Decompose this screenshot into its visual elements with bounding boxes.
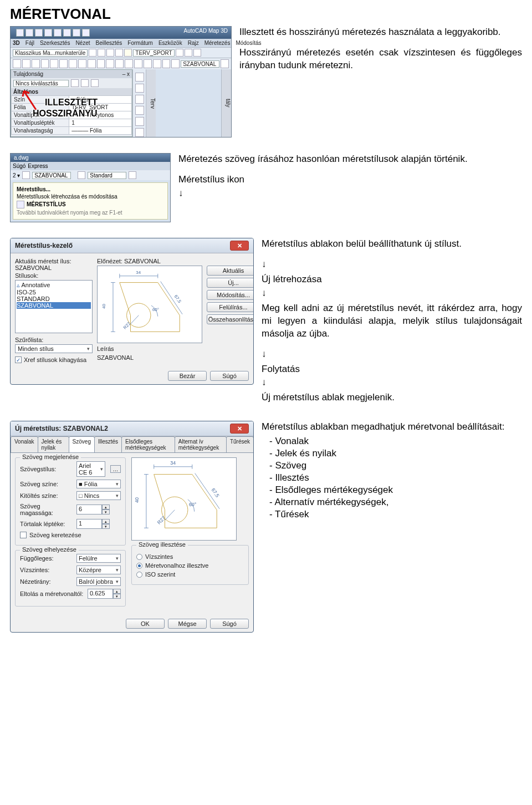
menu-express[interactable]: Express [28, 163, 48, 169]
frame-text-checkbox[interactable]: Szöveg keretezése [20, 532, 121, 538]
layer-icon[interactable] [124, 49, 132, 57]
dim-icon[interactable] [41, 59, 49, 68]
horizontal-select[interactable]: Középre▾ [76, 565, 121, 574]
text-color-select[interactable]: ■ Fólia▾ [76, 480, 121, 488]
textstyle-icon[interactable] [78, 171, 85, 179]
dim-icon[interactable] [221, 59, 229, 68]
list-item[interactable]: ISO-25 [17, 289, 91, 295]
xref-checkbox[interactable]: ✓Xref stílusok kihagyása [15, 356, 93, 363]
fill-color-select[interactable]: □ Nincs▾ [76, 491, 121, 500]
workspace-select[interactable]: Klasszikus Ma...munkaterüle [13, 49, 88, 57]
toolbar-icon[interactable] [185, 49, 192, 57]
dim-icon[interactable] [69, 59, 77, 68]
layer-select[interactable]: TERV_SPORT [133, 49, 174, 57]
menu-help[interactable]: Súgó [13, 163, 25, 169]
close-button[interactable]: ✕ [230, 424, 249, 434]
ok-button[interactable]: OK [126, 619, 165, 629]
draw-icon[interactable] [135, 117, 144, 126]
tab-alt-units[interactable]: Alternat ív mértékegységek [175, 436, 227, 452]
menu-item[interactable]: Rajz [188, 40, 199, 46]
list-item[interactable]: STANDARD [17, 295, 91, 302]
dim-icon[interactable] [134, 59, 142, 68]
toolbar-icon[interactable] [129, 171, 136, 179]
override-button[interactable]: Felülírás... [207, 302, 254, 312]
dim-icon[interactable] [106, 59, 114, 68]
close-dialog-button[interactable]: Bezár [168, 371, 207, 381]
dim-icon[interactable] [78, 59, 86, 68]
qat-icon[interactable] [44, 29, 52, 37]
set-current-button[interactable]: Aktuális [207, 266, 254, 276]
offset-spinner[interactable]: 0.625 ▴▾ [88, 589, 121, 599]
dim-icon[interactable] [153, 59, 161, 68]
dim-icon[interactable] [125, 59, 133, 68]
qat-icon[interactable] [35, 29, 43, 37]
tab-szoveg[interactable]: Szöveg [69, 436, 95, 452]
dim-icon[interactable] [97, 59, 105, 68]
side-tab[interactable]: Terv [146, 69, 156, 137]
view-dir-select[interactable]: Balról jobbra▾ [76, 577, 121, 586]
frac-scale-spinner[interactable]: 1 ▴▾ [76, 519, 121, 529]
dim-icon[interactable] [144, 59, 152, 68]
menu-item[interactable]: Eszközök [158, 40, 182, 46]
toolbar-icon[interactable] [193, 49, 201, 57]
dimstyle-select[interactable]: SZABVONAL [181, 60, 219, 68]
vertical-select[interactable]: Felülre▾ [76, 554, 121, 563]
filter-combo[interactable]: Minden stílus▾ [15, 344, 93, 353]
radio-iso[interactable]: ISO szerint [136, 571, 244, 578]
tab-tolerances[interactable]: Tűrések [226, 436, 254, 452]
radio-aligned-with-dim[interactable]: Méretvonalhoz illesztve [136, 562, 244, 569]
selection-combo[interactable]: Nincs kiválasztás [13, 80, 69, 87]
style-list[interactable]: ▵ Annotative ISO-25 STANDARD SZABVONAL [15, 280, 93, 333]
cancel-button[interactable]: Mégse [168, 619, 207, 629]
tab-3d[interactable]: 3D [13, 40, 20, 46]
qat-icon[interactable] [82, 29, 90, 37]
menu-item[interactable]: Beillesztés [96, 40, 122, 46]
toolbar-icon[interactable] [89, 49, 96, 57]
props-tool-icon[interactable] [71, 79, 79, 87]
panel-close-buttons[interactable]: – x [122, 71, 130, 77]
dim-icon[interactable] [50, 59, 58, 68]
toolbar-icon[interactable] [106, 49, 114, 57]
dim-icon[interactable] [59, 59, 68, 68]
close-button[interactable]: ✕ [230, 241, 249, 251]
text-style-select[interactable]: Ariel CE 6▾ [76, 461, 105, 477]
dim-icon[interactable] [32, 59, 40, 68]
textstyle-select[interactable]: Standard [88, 172, 126, 179]
tab-primary-units[interactable]: Elsődleges mértékegységek [121, 436, 175, 452]
dim-icon[interactable] [115, 59, 124, 68]
tab-illesztes[interactable]: Illesztés [94, 436, 122, 452]
menu-item[interactable]: Fájl [25, 40, 34, 46]
props-tool-icon[interactable] [91, 79, 99, 87]
dim-aligned-icon[interactable] [22, 59, 30, 68]
text-height-spinner[interactable]: 6 ▴▾ [76, 505, 121, 514]
qat-icon[interactable] [73, 29, 80, 37]
qat-icon[interactable] [25, 29, 33, 37]
dimstyle-icon[interactable] [171, 59, 180, 68]
qat-icon[interactable] [54, 29, 62, 37]
toolbar-icon[interactable] [115, 49, 123, 57]
modify-button[interactable]: Módosítás... [207, 290, 254, 300]
draw-icon[interactable] [135, 84, 144, 93]
dim-linear-icon[interactable] [13, 59, 21, 68]
dimstyle-select[interactable]: SZABVONAL [32, 172, 71, 179]
draw-line-icon[interactable] [135, 73, 144, 81]
draw-icon[interactable] [135, 106, 144, 115]
side-tab[interactable]: tály [221, 69, 231, 137]
menu-item[interactable]: Módosítás [236, 40, 261, 46]
list-item[interactable]: ▵ Annotative [17, 282, 91, 289]
menu-item[interactable]: Nézet [75, 40, 90, 46]
help-button[interactable]: Súgó [210, 619, 249, 629]
menu-item[interactable]: Méretezés [204, 40, 231, 46]
tab-vonalak[interactable]: Vonalak [11, 436, 38, 452]
draw-icon[interactable] [135, 95, 144, 104]
compare-button[interactable]: Összehasonlítás... [207, 314, 254, 324]
toolbar-icon[interactable] [98, 49, 105, 57]
toolbar-icon[interactable] [176, 49, 183, 57]
new-button[interactable]: Új... [207, 278, 254, 288]
menu-item[interactable]: Formátum [127, 40, 153, 46]
text-style-more-button[interactable]: ... [110, 465, 121, 473]
tab-jelek[interactable]: Jelek és nyilak [38, 436, 69, 452]
menu-item[interactable]: Szerkesztés [40, 40, 70, 46]
dimstyle-icon[interactable] [22, 171, 30, 179]
dim-icon[interactable] [88, 59, 96, 68]
